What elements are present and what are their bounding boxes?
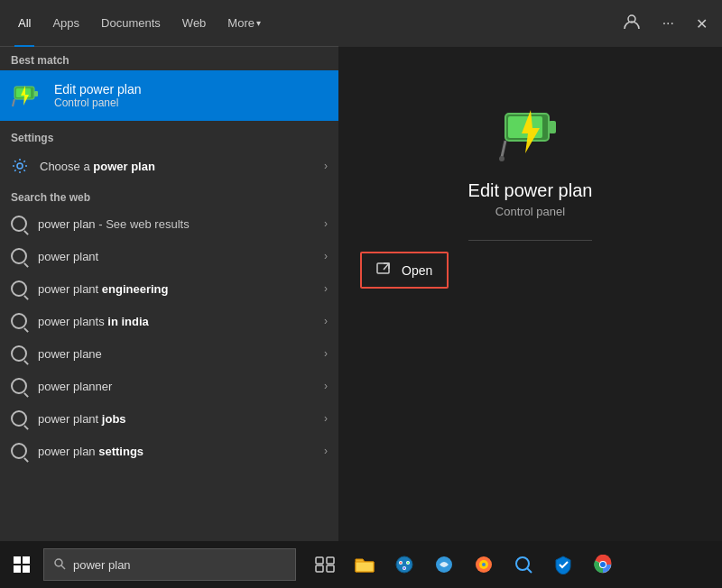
taskbar-icons: [307, 541, 621, 588]
person-button[interactable]: [619, 9, 644, 38]
web-search-item-2[interactable]: power plant engineering ›: [0, 272, 338, 305]
chevron-right-icon-7: ›: [324, 445, 328, 457]
file-explorer-icon[interactable]: [347, 541, 383, 588]
open-button-area: Open: [338, 241, 722, 299]
svg-rect-17: [14, 565, 21, 573]
search-web-label: Search the web: [0, 184, 338, 207]
web-search-item-4[interactable]: power plane ›: [0, 337, 338, 370]
tab-documents[interactable]: Documents: [90, 0, 171, 47]
web-search-item-0[interactable]: power plan - See web results ›: [0, 207, 338, 240]
chevron-right-icon-6: ›: [324, 412, 328, 425]
chevron-right-icon-3: ›: [324, 315, 328, 327]
tab-web[interactable]: Web: [171, 0, 218, 47]
best-match-text: Edit power plan Control panel: [54, 82, 142, 109]
paint-icon[interactable]: [386, 541, 422, 588]
svg-point-5: [17, 163, 23, 169]
svg-rect-16: [23, 556, 30, 564]
open-button[interactable]: Open: [360, 252, 449, 289]
svg-point-40: [600, 562, 606, 567]
search-loop-icon-6: [11, 410, 27, 427]
tab-apps[interactable]: Apps: [42, 0, 90, 47]
taskbar-search-icon: [53, 557, 66, 573]
svg-line-20: [61, 565, 65, 569]
task-view-icon[interactable]: [307, 541, 343, 588]
search-loop-icon-7: [11, 443, 27, 459]
ellipsis-button[interactable]: ···: [659, 12, 678, 35]
web-search-text-7: power plan settings: [38, 445, 143, 458]
start-button[interactable]: [0, 541, 43, 588]
svg-rect-21: [316, 557, 323, 564]
svg-line-14: [384, 263, 389, 270]
svg-line-4: [13, 99, 14, 106]
power-plan-icon: [11, 79, 43, 112]
web-search-item-7[interactable]: power plan settings ›: [0, 435, 338, 467]
web-search-text-1: power plant: [38, 250, 98, 263]
tab-all[interactable]: All: [7, 0, 42, 47]
detail-panel: ··· ✕ Edit power plan Control panel: [338, 0, 722, 541]
svg-point-29: [400, 562, 402, 564]
taskbar-search-box[interactable]: power plan: [43, 548, 296, 581]
taskbar-search-text: power plan: [73, 558, 131, 572]
best-match-subtitle: Control panel: [54, 96, 142, 109]
chevron-right-icon-2: ›: [324, 282, 328, 295]
search-loop-icon-5: [11, 378, 27, 394]
web-search-item-3[interactable]: power plants in india ›: [0, 305, 338, 337]
settings-gear-icon: [11, 157, 29, 175]
open-window-icon: [376, 261, 393, 280]
svg-rect-18: [23, 565, 30, 573]
web-search-text-5: power planner: [38, 380, 112, 393]
security-shield-icon[interactable]: [545, 541, 581, 588]
svg-line-11: [502, 141, 505, 157]
svg-rect-22: [327, 557, 334, 564]
best-match-title: Edit power plan: [54, 82, 142, 96]
choose-power-plan-item[interactable]: Choose a power plan ›: [0, 148, 338, 184]
search-window: All Apps Documents Web More ▾ Best match: [0, 0, 338, 541]
detail-icon-area: Edit power plan Control panel: [468, 101, 593, 241]
web-search-text-6: power plant jobs: [38, 412, 126, 426]
chevron-right-icon-4: ›: [324, 347, 328, 360]
svg-point-12: [499, 156, 504, 161]
web-search-item-5[interactable]: power planner ›: [0, 370, 338, 402]
panel-actions: ··· ✕: [338, 0, 722, 47]
nav-tabs: All Apps Documents Web More ▾: [0, 0, 338, 47]
detail-app-icon: [498, 101, 563, 166]
svg-point-30: [407, 562, 409, 564]
search-loop-icon-1: [11, 248, 27, 264]
web-search-text-4: power plane: [38, 347, 102, 361]
web-search-item-1[interactable]: power plant ›: [0, 240, 338, 272]
search-loop-icon-2: [11, 280, 27, 297]
chevron-right-icon-5: ›: [324, 380, 328, 392]
web-search-item-6[interactable]: power plant jobs ›: [0, 402, 338, 435]
more-dropdown-arrow: ▾: [256, 18, 261, 28]
svg-point-31: [403, 567, 405, 569]
best-match-item[interactable]: Edit power plan Control panel: [0, 70, 338, 121]
open-button-label: Open: [402, 263, 432, 278]
detail-subtitle: Control panel: [495, 205, 565, 218]
svg-line-37: [527, 568, 532, 573]
chrome-icon[interactable]: [585, 541, 621, 588]
svg-rect-15: [14, 556, 21, 564]
chevron-right-icon-0: ›: [324, 217, 328, 230]
close-button[interactable]: ✕: [692, 12, 711, 36]
web-search-text-3: power plants in india: [38, 315, 149, 328]
svg-rect-1: [34, 91, 38, 96]
magnifier-icon[interactable]: [505, 541, 542, 588]
taskbar: power plan: [0, 541, 722, 588]
search-loop-icon-4: [11, 345, 27, 362]
app-icon-4[interactable]: [426, 541, 462, 588]
tab-more[interactable]: More ▾: [217, 0, 272, 47]
settings-label: Settings: [0, 124, 338, 148]
svg-rect-8: [549, 121, 556, 133]
detail-title: Edit power plan: [468, 180, 593, 201]
svg-point-36: [516, 557, 529, 570]
choose-power-plan-label: Choose a power plan: [40, 160, 155, 173]
firefox-icon[interactable]: [466, 541, 502, 588]
svg-rect-23: [316, 565, 323, 572]
svg-rect-24: [327, 565, 334, 572]
web-search-text-2: power plant engineering: [38, 282, 169, 296]
search-loop-icon-0: [11, 216, 27, 232]
chevron-right-icon: ›: [324, 160, 328, 172]
best-match-label: Best match: [0, 47, 338, 70]
web-search-text-0: power plan - See web results: [38, 217, 190, 231]
svg-point-19: [55, 559, 62, 566]
